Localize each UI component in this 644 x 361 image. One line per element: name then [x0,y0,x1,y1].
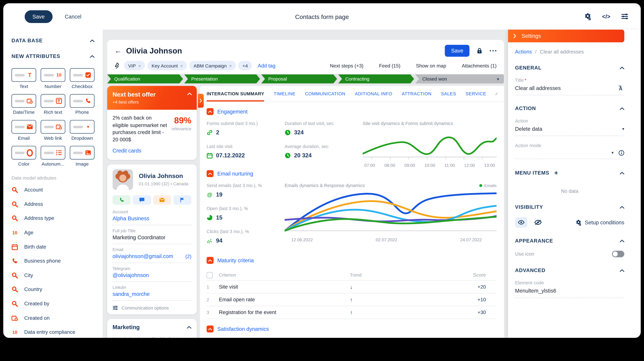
stage-chevron[interactable]: Presentation [184,74,260,83]
code-icon[interactable]: </> [602,13,610,20]
attribute-tile[interactable]: Rich text [41,94,66,115]
info-icon[interactable] [618,150,624,156]
flag-button[interactable] [173,195,192,205]
chevron-up-icon[interactable] [620,172,624,175]
email-button[interactable] [153,195,171,205]
collapse-section-button[interactable] [207,108,214,115]
save-page-button[interactable]: Save [25,10,52,23]
attribute-tile[interactable]: Phone [70,94,94,115]
sliders-icon[interactable] [621,13,628,20]
attribute-item[interactable]: Country [12,282,94,296]
table-row[interactable]: 2 Email open rate ↑ +10 [207,293,496,306]
attribute-item[interactable]: City [12,268,94,282]
action-mode-select[interactable]: ▾ [515,148,624,159]
expand-icon[interactable] [496,91,497,96]
chevron-up-icon[interactable] [90,55,94,58]
chevron-up-icon[interactable] [90,39,94,42]
element-code-field[interactable]: Menultem_ylstis6 [515,285,624,298]
attribute-tile[interactable]: T Text [12,68,36,89]
tag-chip[interactable]: Key Account × [148,61,187,70]
back-arrow-icon[interactable]: ← [115,47,122,55]
tab[interactable]: ATTRACTION [402,86,432,101]
attribute-tile[interactable]: Autonum... [41,146,66,166]
chevron-up-icon[interactable] [620,107,624,110]
appearance-section-header[interactable]: APPEARANCE [515,238,624,244]
stage-chevron[interactable]: Qualification [107,74,183,83]
chevron-up-icon[interactable] [620,269,624,272]
attribute-tile[interactable]: 10 Number [41,68,66,89]
attribute-tile[interactable]: Checkbox [70,68,94,89]
advanced-section-header[interactable]: ADVANCED [515,268,624,273]
offer-category-link[interactable]: Credit cards [112,148,141,154]
add-tag-link[interactable]: Add tag [258,63,276,68]
section-database[interactable]: DATA BASE [12,38,94,44]
attribute-tile[interactable]: Image [70,146,94,166]
attribute-tile[interactable]: Web link [41,120,66,141]
maturity-section-title[interactable]: Maturity criteria [217,257,254,263]
chevron-up-icon[interactable] [187,93,192,96]
title-field[interactable]: Clear all addresses [515,83,624,95]
action-select[interactable]: Delete data ▾ [515,123,624,136]
collapse-panel-tab[interactable] [198,94,204,108]
table-row[interactable]: 3 Registration for the event ↑ +30 [207,306,496,319]
close-icon[interactable]: × [229,63,232,68]
attribute-item[interactable]: 10 Data entry compliance [12,325,94,338]
general-section-header[interactable]: GENERAL [515,65,624,71]
action-section-header[interactable]: ACTION [515,106,624,111]
tab[interactable]: COMMUNICATION [305,86,346,101]
email-nurturing-section-title[interactable]: Email nurturing [217,171,253,177]
attribute-item[interactable]: Created on [12,311,94,325]
chevron-up-icon[interactable] [187,326,192,329]
close-icon[interactable]: × [138,63,141,68]
collapse-section-button[interactable] [207,325,214,332]
tab[interactable]: INTERACTION SUMMARY [207,86,264,101]
tab[interactable]: ADITIONAL INFO [355,86,392,101]
attribute-item[interactable]: Birth date [12,240,94,254]
breadcrumb-actions[interactable]: Actions [515,49,532,55]
translate-icon[interactable] [618,85,624,91]
chevron-up-icon[interactable] [620,206,624,209]
collapse-section-button[interactable] [207,257,214,264]
attribute-item[interactable]: Business phone [12,254,94,268]
select-all-checkbox[interactable] [207,272,213,278]
attribute-tile[interactable]: Email [12,120,36,141]
header-link[interactable]: Show on map [416,63,446,68]
lock-icon[interactable] [477,48,482,54]
attribute-item[interactable]: Created by [12,297,94,311]
tab[interactable]: SALES [441,86,456,101]
eye-off-icon[interactable] [534,219,542,225]
stage-closed-won[interactable]: Closed won ▾ [415,74,504,83]
attribute-item[interactable]: Account [12,183,94,197]
settings-header[interactable]: Settings [508,30,624,42]
caret-down-icon[interactable]: ▾ [497,77,499,81]
chat-button[interactable] [133,195,151,205]
collapse-section-button[interactable] [207,170,214,177]
attribute-item[interactable]: 10 Age [12,226,94,240]
stage-chevron[interactable]: Proposal [261,74,337,83]
close-icon[interactable]: × [180,63,183,68]
satisfaction-section-title[interactable]: Satisfaction dynamics [217,326,269,332]
visibility-section-header[interactable]: VISIBILITY [515,204,624,210]
save-contact-button[interactable]: Save [445,45,470,57]
attribute-tile[interactable]: Color [12,146,36,166]
call-button[interactable] [112,195,131,205]
use-icon-toggle[interactable] [612,251,624,257]
attribute-tile[interactable]: Date/Time [12,94,36,115]
communication-options[interactable]: Communication options [112,301,192,310]
tag-chip[interactable]: ABM Campaign × [190,61,236,70]
visible-toggle-button[interactable] [515,217,527,228]
gear-icon[interactable] [584,13,592,20]
more-menu-icon[interactable] [490,50,496,52]
chevron-up-icon[interactable] [620,66,624,69]
header-link[interactable]: Attachments (1) [462,63,496,68]
attribute-tile[interactable]: ▾ Dropdown [70,120,94,141]
header-link[interactable]: Feed (15) [379,63,400,68]
table-row[interactable]: 1 Site visit ↓ +20 [207,280,496,293]
section-new-attributes[interactable]: NEW ATTRIBUTES [12,54,94,59]
tags-more-chip[interactable]: +4 [238,61,252,70]
stage-chevron[interactable]: Contracting [338,74,414,83]
add-menu-item-button[interactable]: + [554,169,558,177]
tag-chip[interactable]: VIP × [124,61,145,70]
tab[interactable]: SERVICE [466,86,486,101]
menu-items-section-header[interactable]: MENU ITEMS + [515,169,624,177]
